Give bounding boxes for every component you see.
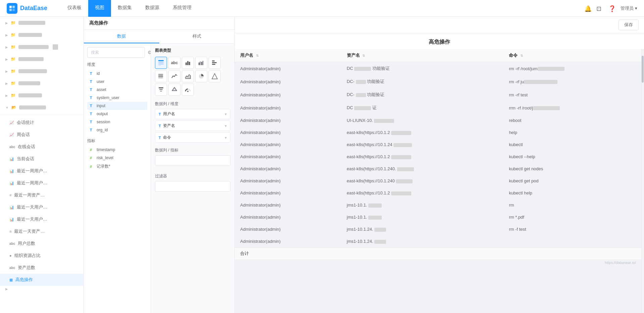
scrollbar-thumb[interactable]: [642, 56, 644, 83]
sidebar-item-folder-5[interactable]: ▶ 📁: [0, 65, 84, 77]
search-input[interactable]: [87, 47, 145, 58]
sidebar-item-folder-1[interactable]: ▶ 📁: [0, 17, 84, 29]
sidebar-chart-daily-user1[interactable]: 📊 最近一天用户…: [0, 201, 84, 213]
nav-dashboard[interactable]: 仪表板: [61, 0, 88, 17]
metric-risk-level[interactable]: # risk_level: [87, 154, 147, 162]
chevron-down-icon[interactable]: ▾: [225, 124, 227, 128]
sidebar-chart-session-stats[interactable]: 📈 会话统计: [0, 117, 84, 129]
nav-view[interactable]: 视图: [88, 0, 111, 17]
sidebar-chart-online-session[interactable]: abc 在线会话: [0, 141, 84, 153]
chart-type-line[interactable]: [168, 70, 180, 82]
chevron-down-icon[interactable]: ▾: [225, 135, 227, 140]
field-id[interactable]: T id: [87, 70, 147, 78]
bar-chart-icon: 📊: [9, 205, 14, 210]
sidebar-item-folder-8[interactable]: ▼ 📂: [0, 101, 84, 114]
sidebar-chart-daily-user2[interactable]: 📊 最近一天用户…: [0, 213, 84, 225]
chevron-right-icon: ▶: [5, 21, 8, 25]
sidebar-chart-org-resource[interactable]: ● 组织资源占比: [0, 250, 84, 262]
chart-type-funnel[interactable]: [155, 84, 167, 96]
folder-icon: 📁: [11, 93, 16, 98]
vertical-scrollbar[interactable]: [641, 49, 644, 313]
field-system-user[interactable]: T system_user: [87, 94, 147, 102]
chart-type-table[interactable]: [155, 57, 167, 69]
sort-icon[interactable]: ⇅: [520, 54, 523, 57]
sort-icon[interactable]: ⇅: [362, 54, 365, 57]
bar-chart-icon: 📊: [9, 169, 14, 173]
svg-rect-8: [185, 62, 187, 65]
nav-right: 🔔 ⊡ ❓ 管理员 ▾: [584, 5, 637, 12]
nav-dataset[interactable]: 数据集: [111, 0, 139, 17]
nav-sysadmin[interactable]: 系统管理: [166, 0, 198, 17]
settings-icon[interactable]: ⚙: [148, 48, 151, 57]
sort-icon[interactable]: ⇅: [256, 54, 259, 57]
table-row: Administrator(admin) jms1-10.1.24. rm -f…: [235, 223, 641, 235]
help-icon[interactable]: ❓: [608, 5, 615, 12]
chevron-down-icon[interactable]: ▾: [225, 112, 227, 117]
sidebar-chart-daily-asset[interactable]: ≡ 最近一天资产…: [0, 225, 84, 237]
filter-input[interactable]: [155, 181, 230, 192]
sidebar-item-folder-6[interactable]: ▶ 📁: [0, 77, 84, 89]
svg-rect-16: [212, 62, 217, 63]
sidebar-item-folder-4[interactable]: ▶ 📁: [0, 53, 84, 65]
field-user[interactable]: T user: [87, 78, 147, 86]
sidebar-chart-weekly-session[interactable]: 📈 周会话: [0, 129, 84, 141]
chart-type-stacked[interactable]: [155, 70, 167, 82]
admin-label: 管理员: [621, 5, 634, 11]
bell-icon[interactable]: 🔔: [584, 5, 591, 12]
nav-datasource[interactable]: 数据源: [139, 0, 166, 17]
metrics-label: 指标: [87, 138, 147, 144]
field-search-bar: ⚙ ↺: [87, 47, 147, 58]
field-asset[interactable]: T asset: [87, 86, 147, 94]
tab-style[interactable]: 样式: [159, 30, 235, 43]
bottom-url: https://dataease.io/: [235, 259, 641, 266]
table-row: Administrator(admin) DC- 功能验证 rm -rf ju: [235, 75, 641, 88]
save-button[interactable]: 保存: [619, 19, 639, 30]
chart-type-horizontal-bar[interactable]: [209, 57, 221, 69]
list-icon: ≡: [9, 229, 11, 233]
sidebar-item-folder-7[interactable]: ▶ 📁: [0, 89, 84, 101]
tab-data[interactable]: 数据: [84, 30, 159, 43]
expand-more[interactable]: ▶: [0, 286, 84, 292]
metrics-input[interactable]: [155, 155, 230, 166]
main-nav: 仪表板 视图 数据集 数据源 系统管理: [61, 0, 198, 17]
metric-timestamp[interactable]: # timestamp: [87, 146, 147, 154]
table-row: Administrator(admin) east-k8s(https://10…: [235, 139, 641, 151]
table-row: Administrator(admin) DC 证 rrm -rf /root/…: [235, 101, 641, 115]
sidebar-chart-weekly-user2[interactable]: 📊 最近一周用户…: [0, 177, 84, 189]
sidebar-chart-weekly-asset[interactable]: ≡ 最近一周资产…: [0, 189, 84, 201]
sidebar-item-folder-3[interactable]: ▶ 📁: [0, 41, 84, 53]
col-command[interactable]: T 命令 ▾: [155, 132, 230, 143]
list-icon: ≡: [9, 193, 11, 197]
folder-icon: 📁: [11, 33, 16, 37]
field-org-id[interactable]: T org_id: [87, 126, 147, 134]
metric-record-count[interactable]: # 记录数*: [87, 162, 147, 171]
chart-type-pie[interactable]: [195, 70, 207, 82]
col-username[interactable]: T 用户名 ▾: [155, 109, 230, 119]
chart-type-text[interactable]: abc: [168, 57, 180, 69]
chevron-right-icon: ▶: [5, 33, 8, 37]
field-output[interactable]: T output: [87, 110, 147, 118]
bar-chart-icon: 📊: [9, 181, 14, 185]
sidebar-chart-weekly-user1[interactable]: 📊 最近一周用户…: [0, 165, 84, 177]
sidebar-item-folder-2[interactable]: ▶ 📁: [0, 29, 84, 41]
share-icon[interactable]: ⊡: [596, 5, 603, 12]
chart-type-radar[interactable]: [168, 84, 180, 96]
data-metrics-section: 数据列 / 指标: [155, 147, 230, 169]
chart-type-grouped-bar[interactable]: [195, 57, 207, 69]
field-session[interactable]: T session: [87, 118, 147, 126]
sidebar-chart-current-session[interactable]: 📊 当前会话: [0, 153, 84, 165]
table-row: Administrator(admin) jms1-10.1.24.: [235, 235, 641, 248]
col-header-assetname: 资产名 ⇅: [341, 49, 504, 62]
admin-menu[interactable]: 管理员 ▾: [621, 5, 637, 11]
filter-label: 过滤器: [155, 173, 230, 179]
field-input[interactable]: T input: [87, 102, 147, 110]
svg-rect-12: [200, 61, 201, 65]
chart-type-scatter[interactable]: [209, 70, 221, 82]
sidebar-chart-asset-total[interactable]: abc 资产总数: [0, 262, 84, 274]
sidebar-chart-user-total[interactable]: abc 用户总数: [0, 237, 84, 250]
chart-type-area[interactable]: [182, 70, 194, 82]
chart-type-gauge[interactable]: [182, 84, 194, 96]
chart-type-bar[interactable]: [182, 57, 194, 69]
col-assetname[interactable]: T 资产名 ▾: [155, 121, 230, 131]
sidebar-chart-high-risk[interactable]: ▦ 高危操作: [0, 274, 84, 286]
